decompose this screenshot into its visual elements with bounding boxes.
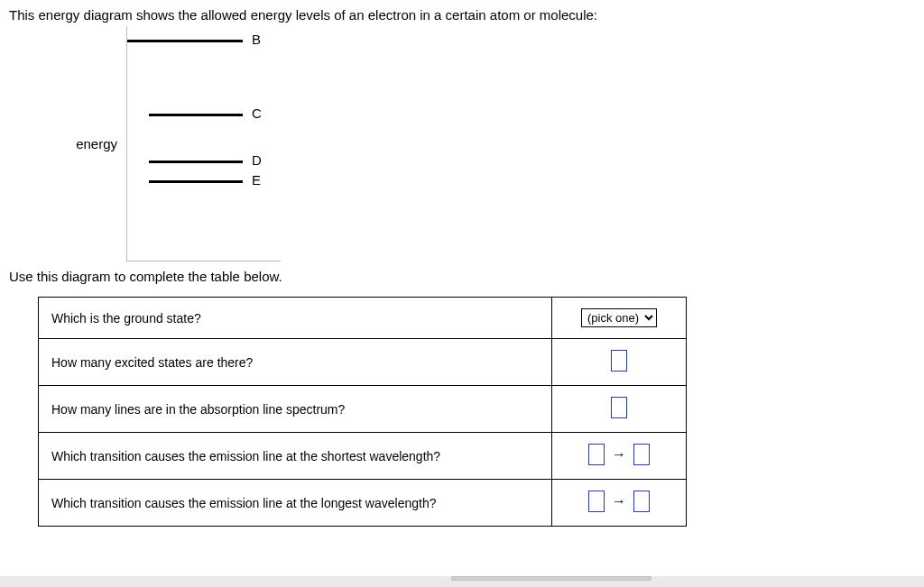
- shortest-from-input[interactable]: [588, 444, 605, 465]
- energy-axis-label: energy: [9, 136, 126, 151]
- energy-diagram: B C D E: [126, 26, 281, 261]
- answer-ground-state: (pick one): [552, 298, 687, 339]
- longest-from-input[interactable]: [588, 491, 605, 512]
- intro-text: This energy diagram shows the allowed en…: [9, 7, 915, 23]
- shortest-to-input[interactable]: [633, 444, 650, 465]
- ground-state-select[interactable]: (pick one): [581, 308, 657, 327]
- answer-excited-states: [552, 339, 687, 386]
- energy-diagram-wrap: energy B C D E: [9, 26, 915, 261]
- level-bar-D: [149, 161, 243, 163]
- level-label-E: E: [252, 172, 261, 188]
- answer-longest-wavelength: →: [552, 480, 687, 527]
- longest-to-input[interactable]: [633, 491, 650, 512]
- level-bar-E: [149, 180, 243, 183]
- table-row: How many excited states are there?: [39, 339, 687, 386]
- level-label-B: B: [252, 32, 261, 47]
- answer-absorption-lines: [552, 386, 687, 433]
- table-row: Which is the ground state? (pick one): [39, 298, 687, 339]
- level-label-C: C: [252, 105, 262, 121]
- question-excited-states: How many excited states are there?: [39, 339, 552, 386]
- arrow-icon: →: [612, 446, 626, 463]
- table-row: Which transition causes the emission lin…: [39, 480, 687, 527]
- absorption-lines-input[interactable]: [611, 397, 627, 418]
- level-bar-C: [149, 114, 243, 116]
- question-table: Which is the ground state? (pick one) Ho…: [38, 297, 687, 527]
- table-row: Which transition causes the emission lin…: [39, 433, 687, 480]
- question-shortest-wavelength: Which transition causes the emission lin…: [39, 433, 552, 480]
- question-ground-state: Which is the ground state?: [39, 298, 552, 339]
- answer-shortest-wavelength: →: [552, 433, 687, 480]
- question-longest-wavelength: Which transition causes the emission lin…: [39, 480, 552, 527]
- level-label-D: D: [252, 152, 262, 168]
- level-bar-B: [127, 40, 243, 42]
- instruction-text: Use this diagram to complete the table b…: [9, 269, 915, 284]
- excited-states-input[interactable]: [611, 350, 627, 371]
- table-row: How many lines are in the absorption lin…: [39, 386, 687, 433]
- question-absorption-lines: How many lines are in the absorption lin…: [39, 386, 552, 433]
- arrow-icon: →: [612, 493, 626, 509]
